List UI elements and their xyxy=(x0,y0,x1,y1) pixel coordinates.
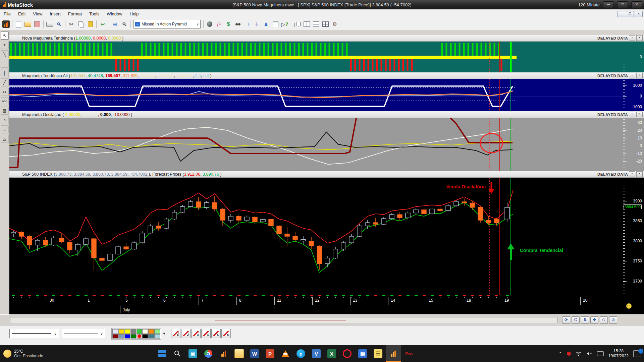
wifi-icon[interactable] xyxy=(576,351,582,356)
menu-format[interactable]: Format xyxy=(64,11,86,16)
color-swatch[interactable] xyxy=(124,334,130,339)
panel-close-button[interactable]: ✕ xyxy=(636,171,643,177)
color-swatch[interactable] xyxy=(154,334,160,339)
x-axis-label[interactable]: 14 xyxy=(391,298,395,303)
menu-window[interactable]: Window xyxy=(103,11,126,16)
panel-close-button[interactable]: ✕ xyxy=(636,73,643,78)
panel-header-maquineta-oscilacao[interactable]: Maquineta Oscilação (-4.00000, 8.00777, … xyxy=(9,111,644,118)
tile-horizontal-icon[interactable] xyxy=(302,20,311,28)
crosshair-tool[interactable]: + xyxy=(1,41,9,49)
copy-icon[interactable] xyxy=(76,20,85,28)
dollar-icon[interactable]: $ xyxy=(224,20,233,28)
panel-restore-button[interactable]: ▫ xyxy=(629,73,635,78)
angle-line-tool[interactable]: ╱ xyxy=(1,78,9,86)
taskbar-app-word[interactable]: W xyxy=(247,345,262,362)
refresh-button[interactable]: ⟳ xyxy=(562,316,570,324)
x-axis-label[interactable]: 11 xyxy=(277,298,281,303)
indicator-builder-icon[interactable]: ƒ∞ xyxy=(215,20,223,28)
menu-view[interactable]: View xyxy=(29,11,46,16)
cascade-windows-icon[interactable] xyxy=(293,20,302,28)
system-tester-icon[interactable]: ⇒ xyxy=(243,20,252,28)
horizontal-scrollbar[interactable] xyxy=(10,317,557,323)
text-tool[interactable]: abc xyxy=(1,97,9,105)
x-axis-label[interactable]: 6 xyxy=(163,298,166,303)
panel-header-maquineta-tendencia-alt[interactable]: Maquineta Tendência Alt (101.647, 40.474… xyxy=(9,72,644,79)
tile-vertical-icon[interactable] xyxy=(312,20,320,28)
scroll-arrows-tool[interactable]: ◄► xyxy=(1,88,9,96)
x-axis-label[interactable]: 18 xyxy=(467,298,471,303)
volume-icon[interactable] xyxy=(586,351,592,356)
panel-plot-nova-maquineta-tendencia[interactable] xyxy=(9,42,623,72)
menu-edit[interactable]: Edit xyxy=(14,11,29,16)
taskbar-app-start[interactable] xyxy=(154,345,170,362)
window-maximize-button[interactable]: □ xyxy=(617,1,628,8)
panel-restore-button[interactable]: ▫ xyxy=(629,112,635,117)
panel-restore-button[interactable]: ▫ xyxy=(629,35,635,41)
tray-expand-icon[interactable]: ⌃ xyxy=(558,351,562,356)
color-swatch[interactable] xyxy=(112,329,118,334)
panel-header-nova-maquineta-tendencia[interactable]: Nova Maquineta Tendência (1.00000, 0.000… xyxy=(9,35,644,42)
panel-header-sp500-index[interactable]: S&P 500 INDEX (3,860.73, 3,884.59, 3,860… xyxy=(9,171,644,178)
color-swatch[interactable] xyxy=(118,334,124,339)
taskbar-app-chrome[interactable] xyxy=(201,345,216,362)
taskbar-app-visual-studio[interactable]: V xyxy=(309,345,324,362)
x-axis-label[interactable]: 7 xyxy=(201,298,204,303)
menu-tools[interactable]: Tools xyxy=(86,11,103,16)
taskbar-app-metastock-chart[interactable] xyxy=(216,345,231,362)
app-button-icon[interactable] xyxy=(2,20,10,28)
color-swatch[interactable] xyxy=(137,329,142,334)
zoom-preset-button-2[interactable]: 2 xyxy=(181,329,191,338)
x-axis-label[interactable]: 13 xyxy=(353,298,357,303)
x-axis-label[interactable]: 15 xyxy=(429,298,433,303)
color-swatch[interactable] xyxy=(112,334,118,339)
color-swatch[interactable] xyxy=(130,334,136,339)
taskbar-app-search[interactable] xyxy=(170,345,185,362)
color-swatch[interactable] xyxy=(137,334,142,339)
touchpad-icon[interactable] xyxy=(597,351,604,356)
select-tool[interactable]: ↖ xyxy=(1,32,9,40)
panel-scale-maquineta-tendencia-alt[interactable]: 10000-1000 xyxy=(623,79,644,111)
layout-settings-icon[interactable]: ⚙︎ xyxy=(330,20,339,28)
window-close-button[interactable]: ✕ xyxy=(631,1,642,8)
x-axis-label[interactable]: 19 xyxy=(504,298,509,303)
taskbar-app-powerpoint[interactable]: P xyxy=(262,345,278,362)
color-swatch[interactable] xyxy=(148,329,154,334)
taskbar-app-opera[interactable] xyxy=(339,345,355,362)
palette-dropdown-icon[interactable]: ▼ xyxy=(162,331,166,336)
crosshair-icon[interactable]: ⊕ xyxy=(111,20,119,28)
taskbar-app-notes[interactable]: ☰ xyxy=(370,345,386,362)
record-icon[interactable] xyxy=(567,352,571,356)
horizontal-line-tool[interactable]: ─ xyxy=(1,60,9,68)
upload-icon[interactable]: ♟︎ xyxy=(262,20,270,28)
tile-quad-icon[interactable] xyxy=(321,20,330,28)
x-axis-label[interactable]: 30 xyxy=(50,298,54,303)
x-axis-label[interactable]: 1 xyxy=(88,298,90,303)
panel-restore-button[interactable]: ▫ xyxy=(629,171,635,177)
template-combobox[interactable]: ≈Missed In Action Pyramid∨ xyxy=(133,20,201,28)
cut-icon[interactable]: ✂ xyxy=(67,20,76,28)
panel-scale-sp500-index[interactable]: 390038503800375037003884.590 xyxy=(623,178,644,295)
panel-scale-nova-maquineta-tendencia[interactable]: 0 xyxy=(623,42,644,72)
collapse-button[interactable]: C xyxy=(572,316,580,324)
child-close-button[interactable]: ✕ xyxy=(635,11,643,17)
line-style-select[interactable]: ∨ xyxy=(9,329,59,338)
triangle-tool[interactable]: △ xyxy=(1,135,9,143)
new-chart-icon[interactable] xyxy=(14,20,23,28)
save-icon[interactable] xyxy=(33,20,42,28)
context-help-icon[interactable]: ▷? xyxy=(280,20,289,28)
panel-close-button[interactable]: ✕ xyxy=(636,35,643,41)
color-swatch[interactable] xyxy=(148,334,154,339)
pan-button[interactable]: ✥ xyxy=(590,316,598,324)
color-palette[interactable] xyxy=(111,328,161,340)
color-swatch[interactable] xyxy=(154,329,160,334)
zoom-preset-button-3[interactable]: 3 xyxy=(191,329,201,338)
child-restore-button[interactable]: ❐ xyxy=(626,11,634,17)
color-swatch[interactable] xyxy=(130,329,136,334)
explorer-icon[interactable] xyxy=(205,20,214,28)
panel-close-button[interactable]: ✕ xyxy=(636,112,643,117)
taskbar-app-file-explorer[interactable] xyxy=(231,345,247,362)
zoom-preset-button-1[interactable]: 1 xyxy=(171,329,180,338)
panel-plot-maquineta-tendencia-alt[interactable] xyxy=(9,79,623,111)
taskbar-app-task-view[interactable]: ▣ xyxy=(185,345,201,362)
menu-help[interactable]: Help xyxy=(126,11,143,16)
